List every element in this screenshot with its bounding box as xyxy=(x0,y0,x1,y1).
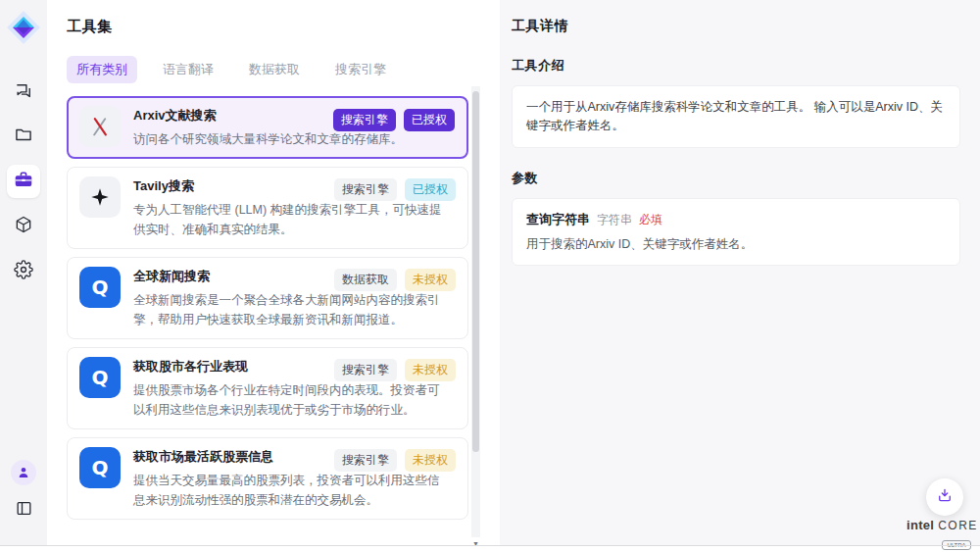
brand-core-text: core xyxy=(938,519,978,532)
status-badge: 未授权 xyxy=(405,269,456,291)
tool-card[interactable]: Tavily搜索 专为人工智能代理 (LLM) 构建的搜索引擎工具，可快速提供实… xyxy=(67,167,468,249)
user-avatar-icon xyxy=(11,460,36,485)
cube-icon xyxy=(14,215,33,238)
q-blue-icon: Q xyxy=(79,357,121,398)
tool-badges: 搜索引擎 已授权 xyxy=(333,109,455,131)
q-blue-icon: Q xyxy=(79,447,121,488)
intro-heading: 工具介绍 xyxy=(512,57,960,75)
tool-card[interactable]: Q 获取股市各行业表现 提供股票市场各个行业在特定时间段内的表现。投资者可以利用… xyxy=(67,347,468,429)
tab-translation[interactable]: 语言翻译 xyxy=(153,56,223,83)
status-badge: 未授权 xyxy=(405,449,456,472)
param-name: 查询字符串 xyxy=(526,211,590,228)
tool-desc: 访问各个研究领域大量科学论文和文章的存储库。 xyxy=(133,129,403,149)
folder-icon xyxy=(14,125,33,148)
collapse-panel-icon xyxy=(15,499,33,522)
toolset-title: 工具集 xyxy=(67,18,500,36)
app-logo[interactable] xyxy=(6,10,41,45)
tab-all-categories[interactable]: 所有类别 xyxy=(67,56,137,83)
tab-search-engine[interactable]: 搜索引擎 xyxy=(325,56,396,83)
sidebar-item-account[interactable] xyxy=(7,456,40,489)
q-glyph: Q xyxy=(91,458,108,477)
status-badge: 未授权 xyxy=(405,359,456,381)
sidebar-item-collapse[interactable] xyxy=(7,493,40,527)
status-badge: 已授权 xyxy=(405,178,456,201)
toolbox-icon xyxy=(13,169,34,194)
tool-desc: 全球新闻搜索是一个聚合全球各大新闻网站内容的搜索引擎，帮助用户快速获取全球最新资… xyxy=(133,290,449,329)
brand-intel-text: intel xyxy=(906,518,934,532)
list-scrollbar[interactable]: ▼ xyxy=(471,86,480,537)
sidebar-item-packages[interactable] xyxy=(7,210,40,243)
tool-card[interactable]: Q 获取市场最活跃股票信息 提供当天交易量最高的股票列表，投资者可以利用这些信息… xyxy=(67,437,468,520)
sidebar-item-files[interactable] xyxy=(7,120,40,153)
tool-badges: 搜索引擎 已授权 xyxy=(334,178,456,201)
param-desc: 用于搜索的Arxiv ID、关键字或作者姓名。 xyxy=(526,236,946,253)
gear-icon xyxy=(14,260,33,283)
tool-details-panel: 工具详情 工具介绍 一个用于从Arxiv存储库搜索科学论文和文章的工具。 输入可… xyxy=(500,0,980,546)
intro-text: 一个用于从Arxiv存储库搜索科学论文和文章的工具。 输入可以是Arxiv ID… xyxy=(526,98,946,135)
q-glyph: Q xyxy=(91,368,108,387)
category-badge: 搜索引擎 xyxy=(333,109,396,131)
param-box: 查询字符串 字符串 必填 用于搜索的Arxiv ID、关键字或作者姓名。 xyxy=(512,198,960,266)
param-type: 字符串 xyxy=(597,212,632,228)
sparkle-icon xyxy=(79,176,121,218)
tool-badges: 数据获取 未授权 xyxy=(334,269,456,291)
category-tabs: 所有类别 语言翻译 数据获取 搜索引擎 xyxy=(67,56,500,83)
tool-badges: 搜索引擎 未授权 xyxy=(334,359,456,381)
details-title: 工具详情 xyxy=(512,18,960,35)
tool-card-list: Arxiv文献搜索 访问各个研究领域大量科学论文和文章的存储库。 搜索引擎 已授… xyxy=(67,96,468,524)
sidebar-item-settings[interactable] xyxy=(7,255,40,288)
params-heading: 参数 xyxy=(512,170,960,187)
category-badge: 搜索引擎 xyxy=(334,178,397,201)
app-window: 工具集 所有类别 语言翻译 数据获取 搜索引擎 Arxiv文献搜索 访问各个研究… xyxy=(0,0,980,552)
toolset-panel: 工具集 所有类别 语言翻译 数据获取 搜索引擎 Arxiv文献搜索 访问各个研究… xyxy=(47,0,500,546)
category-badge: 数据获取 xyxy=(334,269,397,291)
intro-box: 一个用于从Arxiv存储库搜索科学论文和文章的工具。 输入可以是Arxiv ID… xyxy=(512,85,960,148)
status-badge: 已授权 xyxy=(404,109,455,131)
download-button[interactable] xyxy=(926,478,963,516)
sidebar-item-chat[interactable] xyxy=(7,76,40,110)
tool-badges: 搜索引擎 未授权 xyxy=(334,449,456,472)
category-badge: 搜索引擎 xyxy=(334,359,397,381)
download-icon xyxy=(936,486,954,508)
tab-data-fetch[interactable]: 数据获取 xyxy=(239,56,310,83)
q-glyph: Q xyxy=(91,277,108,297)
category-badge: 搜索引擎 xyxy=(334,449,397,472)
q-blue-icon: Q xyxy=(79,267,121,308)
tool-desc: 提供当天交易量最高的股票列表，投资者可以利用这些信息来识别流动性强的股票和潜在的… xyxy=(133,471,449,510)
chat-icon xyxy=(14,81,33,105)
scrollbar-thumb[interactable] xyxy=(472,91,479,452)
tool-desc: 专为人工智能代理 (LLM) 构建的搜索引擎工具，可快速提供实时、准确和真实的结… xyxy=(133,200,449,239)
tool-card[interactable]: Q 全球新闻搜索 全球新闻搜索是一个聚合全球各大新闻网站内容的搜索引擎，帮助用户… xyxy=(67,257,468,339)
window-bottom-divider xyxy=(0,545,980,546)
sidebar-item-tools[interactable] xyxy=(7,165,40,198)
tool-card[interactable]: Arxiv文献搜索 访问各个研究领域大量科学论文和文章的存储库。 搜索引擎 已授… xyxy=(67,96,468,159)
param-required-badge: 必填 xyxy=(639,212,662,228)
arxiv-x-icon xyxy=(79,106,121,147)
sidebar-rail xyxy=(0,0,47,546)
tool-desc: 提供股票市场各个行业在特定时间段内的表现。投资者可以利用这些信息来识别表现优于或… xyxy=(133,380,449,420)
